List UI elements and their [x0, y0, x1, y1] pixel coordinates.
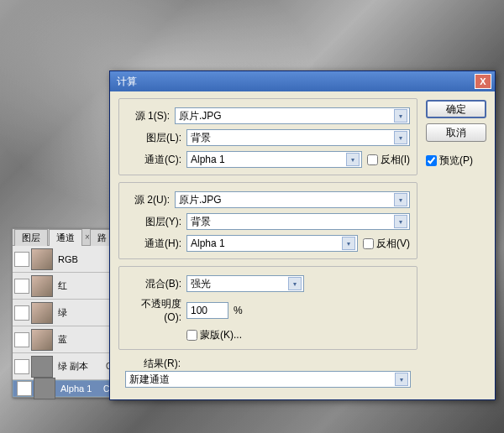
channel-thumb — [34, 378, 55, 399]
source2-channel-label: 通道(H): — [126, 237, 186, 251]
chevron-down-icon: ▾ — [395, 373, 408, 386]
visibility-icon[interactable] — [14, 332, 29, 347]
source1-invert-label: 反相(I) — [381, 153, 410, 167]
calculations-dialog: 计算 X 源 1(S): 原片.JPG▾ 图层(L): 背景▾ 通道(C): A… — [109, 70, 496, 400]
result-label: 结果(R): — [125, 357, 186, 371]
opacity-input[interactable] — [186, 302, 228, 319]
channel-thumb — [31, 356, 53, 378]
channel-thumb — [31, 329, 53, 351]
channel-thumb — [31, 275, 53, 297]
source1-invert-checkbox[interactable]: 反相(I) — [367, 153, 410, 167]
chevron-down-icon: ▾ — [394, 131, 407, 144]
source2-select[interactable]: 原片.JPG▾ — [175, 191, 410, 208]
blend-mode-select[interactable]: 强光▾ — [186, 275, 304, 292]
mask-label: 蒙版(K)... — [200, 328, 242, 342]
source2-label: 源 2(U): — [126, 193, 175, 207]
opacity-label: 不透明度(O): — [126, 297, 186, 323]
visibility-icon[interactable] — [14, 279, 29, 294]
blend-label: 混合(B): — [126, 277, 186, 291]
source1-layer-label: 图层(L): — [126, 131, 186, 145]
result-value: 新建通道 — [129, 373, 170, 387]
dialog-title: 计算 — [113, 75, 475, 89]
blend-mode-value: 强光 — [191, 277, 211, 291]
visibility-icon[interactable] — [14, 305, 29, 321]
source2-layer-label: 图层(Y): — [126, 215, 186, 229]
source2-layer-select[interactable]: 背景▾ — [186, 213, 410, 230]
tab-layers[interactable]: 图层 — [14, 229, 48, 246]
source1-channel-select[interactable]: Alpha 1▾ — [186, 151, 362, 168]
dialog-left-column: 源 1(S): 原片.JPG▾ 图层(L): 背景▾ 通道(C): Alpha … — [118, 98, 417, 388]
source2-invert-checkbox[interactable]: 反相(V) — [363, 237, 410, 251]
dialog-right-column: 确定 取消 预览(P) — [426, 98, 486, 388]
chevron-down-icon: ▾ — [394, 193, 407, 206]
source2-layer-value: 背景 — [191, 215, 211, 229]
source2-channel-select[interactable]: Alpha 1▾ — [186, 235, 358, 252]
source2-value: 原片.JPG — [179, 193, 222, 207]
channel-name: Alpha 1 — [60, 383, 103, 394]
preview-label: 预览(P) — [439, 154, 473, 168]
source1-label: 源 1(S): — [126, 109, 175, 123]
source2-invert-label: 反相(V) — [376, 237, 410, 251]
result-select[interactable]: 新建通道▾ — [125, 371, 411, 388]
chevron-down-icon: ▾ — [342, 237, 355, 250]
blend-group: 混合(B): 强光▾ 不透明度(O): % 蒙版(K)... — [118, 266, 417, 350]
chevron-down-icon: ▾ — [394, 215, 407, 228]
mask-checkbox[interactable]: 蒙版(K)... — [186, 328, 242, 342]
preview-checkbox[interactable]: 预览(P) — [426, 154, 486, 168]
ok-button[interactable]: 确定 — [426, 100, 486, 118]
source2-channel-value: Alpha 1 — [191, 237, 225, 249]
chevron-down-icon: ▾ — [394, 109, 407, 123]
channel-thumb — [31, 302, 53, 324]
source1-value: 原片.JPG — [179, 109, 222, 123]
source1-group: 源 1(S): 原片.JPG▾ 图层(L): 背景▾ 通道(C): Alpha … — [118, 98, 417, 175]
chevron-down-icon: ▾ — [346, 153, 360, 166]
source1-layer-select[interactable]: 背景▾ — [186, 129, 410, 146]
visibility-icon[interactable]: 👁 — [17, 381, 32, 396]
close-icon[interactable]: X — [475, 74, 491, 89]
chevron-down-icon: ▾ — [288, 277, 302, 290]
source1-channel-label: 通道(C): — [126, 153, 186, 167]
dialog-titlebar[interactable]: 计算 X — [110, 71, 495, 91]
source1-channel-value: Alpha 1 — [191, 154, 225, 165]
tab-channels[interactable]: 通道 — [49, 229, 82, 246]
channel-name: 绿 副本 — [58, 360, 106, 373]
visibility-icon[interactable] — [14, 359, 29, 374]
visibility-icon[interactable] — [14, 252, 29, 267]
source2-group: 源 2(U): 原片.JPG▾ 图层(Y): 背景▾ 通道(H): Alpha … — [118, 182, 417, 259]
percent-label: % — [234, 305, 243, 316]
cancel-button[interactable]: 取消 — [426, 123, 486, 142]
source1-layer-value: 背景 — [191, 131, 211, 145]
channel-thumb — [31, 248, 53, 270]
dialog-body: 源 1(S): 原片.JPG▾ 图层(L): 背景▾ 通道(C): Alpha … — [110, 91, 495, 399]
source1-select[interactable]: 原片.JPG▾ — [175, 107, 410, 124]
